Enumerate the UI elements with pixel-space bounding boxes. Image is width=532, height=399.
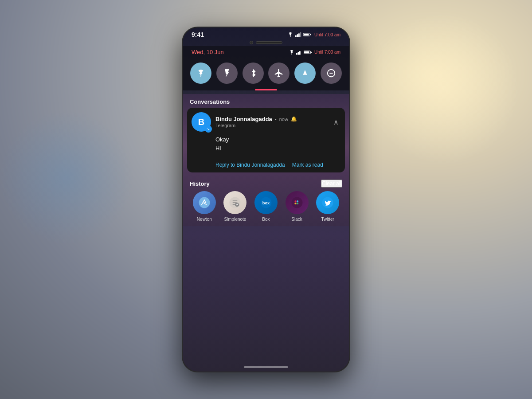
- twitter-label: Twitter: [321, 217, 334, 222]
- svg-rect-7: [296, 53, 297, 55]
- simplenote-icon: [223, 191, 246, 214]
- battery-icon-2: [304, 50, 312, 55]
- wifi-icon: [287, 32, 293, 37]
- date-text: Wed, 10 Jun: [192, 49, 224, 55]
- svg-rect-23: [297, 200, 298, 202]
- qs-tile-wifi[interactable]: [190, 63, 211, 84]
- status-bar: 9:41 Until 7:00: [183, 27, 349, 40]
- notif-body: Okay Hi: [187, 133, 345, 157]
- notif-sender-row: Bindu Jonnalagadda • now 🔔: [215, 116, 327, 122]
- qs-tile-dnd[interactable]: [321, 63, 342, 84]
- notif-bell-icon: 🔔: [291, 116, 297, 122]
- svg-rect-9: [299, 51, 301, 55]
- svg-rect-1: [297, 34, 298, 37]
- status-time: 9:41: [192, 31, 204, 38]
- history-header: History Clear all: [187, 180, 345, 191]
- box-icon: box: [254, 191, 278, 214]
- notif-sender: Bindu Jonnalagadda: [215, 116, 272, 122]
- notification-shade: Wed, 10 Jun Until 7:00 a: [183, 46, 349, 90]
- box-label: Box: [262, 217, 270, 222]
- svg-rect-21: [294, 203, 296, 204]
- quick-settings: [183, 59, 349, 89]
- svg-rect-24: [297, 203, 298, 204]
- status-icons: Until 7:00 am: [287, 32, 340, 37]
- divider-line: [255, 89, 277, 90]
- history-apps: Newton Simplenote: [187, 191, 345, 222]
- qs-tile-bluetooth[interactable]: [243, 63, 264, 84]
- svg-point-20: [291, 197, 302, 208]
- newton-label: Newton: [197, 217, 212, 222]
- conversations-label: Conversations: [183, 94, 349, 108]
- battery-icon: [303, 32, 311, 37]
- svg-rect-8: [298, 52, 299, 55]
- notif-message-1: Okay: [215, 135, 340, 144]
- app-slack[interactable]: Slack: [286, 191, 309, 222]
- svg-text:box: box: [262, 201, 270, 205]
- svg-rect-2: [298, 33, 300, 37]
- newton-icon: [193, 191, 216, 214]
- app-box[interactable]: box Box: [254, 191, 278, 222]
- home-bar[interactable]: [244, 366, 288, 368]
- svg-rect-0: [295, 35, 297, 37]
- qs-tile-flashlight[interactable]: [216, 63, 238, 84]
- notif-message-2: Hi: [215, 144, 340, 153]
- history-section: History Clear all: [183, 176, 349, 226]
- svg-rect-6: [310, 34, 311, 35]
- svg-rect-12: [311, 51, 312, 53]
- telegram-badge: [205, 125, 212, 133]
- svg-rect-5: [304, 34, 309, 36]
- history-label: History: [190, 180, 210, 187]
- signal-icon-2: [296, 50, 302, 55]
- mark-as-read-button[interactable]: Mark as read: [292, 162, 323, 168]
- app-newton[interactable]: Newton: [193, 191, 216, 222]
- notif-expand-chevron[interactable]: ∧: [332, 116, 340, 128]
- app-twitter[interactable]: Twitter: [316, 191, 339, 222]
- notification-card[interactable]: B Bindu Jonnalagadda • now 🔔 Te: [187, 108, 345, 172]
- app-simplenote[interactable]: Simplenote: [223, 191, 246, 222]
- notif-avatar: B: [192, 112, 211, 132]
- dnd-until-text: Until 7:00 am: [314, 50, 340, 55]
- speaker-bar: [256, 41, 282, 44]
- twitter-icon: [316, 191, 339, 214]
- signal-icon: [295, 32, 301, 37]
- phone-screen: 9:41 Until 7:00: [183, 27, 349, 372]
- wifi-icon-2: [289, 50, 295, 55]
- svg-rect-11: [304, 51, 309, 53]
- notif-actions: Reply to Bindu Jonnalagadda Mark as read: [187, 159, 345, 172]
- slack-icon: [286, 191, 309, 214]
- clear-all-button[interactable]: Clear all: [321, 180, 342, 188]
- notif-title-row: Bindu Jonnalagadda • now 🔔 Telegram: [215, 116, 327, 128]
- qs-tile-airplane[interactable]: [268, 63, 289, 84]
- slack-label: Slack: [291, 217, 302, 222]
- svg-rect-22: [294, 200, 296, 202]
- until-text: Until 7:00 am: [314, 32, 340, 37]
- top-signal-icons: Until 7:00 am: [289, 50, 340, 55]
- wallpaper-section: Conversations B Bindu Jonnalagadda: [183, 94, 349, 226]
- simplenote-label: Simplenote: [224, 217, 246, 222]
- date-row: Wed, 10 Jun Until 7:00 a: [183, 46, 349, 59]
- phone-device: 9:41 Until 7:00: [182, 27, 350, 372]
- qs-tile-data[interactable]: [294, 63, 316, 84]
- notif-header: B Bindu Jonnalagadda • now 🔔 Te: [187, 108, 345, 133]
- reply-button[interactable]: Reply to Bindu Jonnalagadda: [215, 162, 285, 168]
- notif-time: now: [279, 117, 288, 122]
- svg-rect-3: [300, 32, 301, 37]
- camera-dot: [250, 41, 253, 44]
- camera-bar: [183, 40, 349, 46]
- notif-app: Telegram: [215, 123, 327, 128]
